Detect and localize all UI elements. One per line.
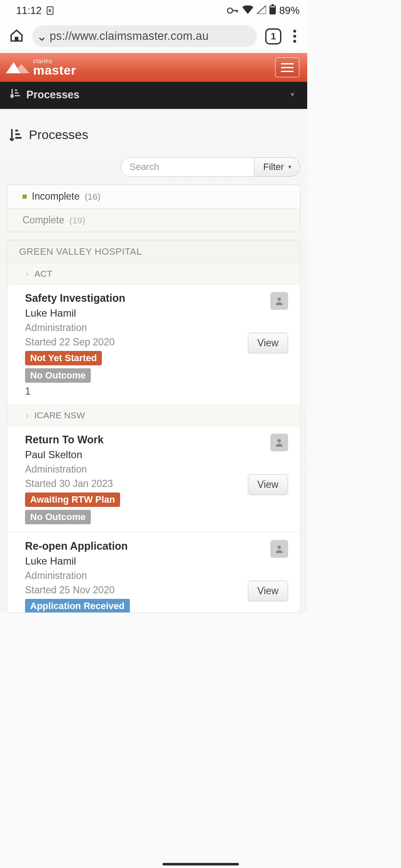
url-text: ps://www.claimsmaster.com.au [50, 30, 209, 43]
outcome-badge: No Outcome [25, 510, 91, 524]
svg-point-12 [278, 298, 281, 301]
view-button[interactable]: View [248, 333, 288, 353]
status-tabs: Incomplete (16) Complete (19) [7, 184, 300, 232]
svg-rect-11 [15, 137, 22, 139]
logo-text-big: master [33, 64, 76, 77]
k-card-icon: K [47, 6, 53, 15]
tab-switcher-button[interactable]: 1 [265, 28, 281, 45]
item-title: Return To Work [25, 434, 248, 446]
logo-mark-icon [6, 58, 30, 77]
svg-point-13 [278, 439, 281, 442]
url-bar[interactable]: ⌄ ps://www.claimsmaster.com.au [32, 25, 257, 47]
process-list: GREEN VALLEY HOSPITAL › ACT Safety Inves… [7, 240, 300, 613]
status-time: 11:12 [16, 5, 42, 17]
svg-rect-6 [15, 89, 17, 91]
item-started: Started 22 Sep 2020 [25, 337, 248, 348]
android-status-bar: 11:12 K 89% [0, 0, 307, 19]
avatar-icon[interactable] [270, 540, 288, 558]
item-department: Administration [25, 570, 248, 581]
page-title: Processes [8, 128, 300, 142]
battery-icon [269, 4, 276, 17]
avatar-icon[interactable] [270, 434, 288, 451]
search-input[interactable] [121, 157, 255, 177]
item-person: Luke Hamil [25, 307, 248, 319]
view-button[interactable]: View [248, 581, 288, 601]
item-started: Started 30 Jan 2023 [25, 478, 248, 490]
tab-incomplete[interactable]: Incomplete (16) [7, 185, 300, 208]
chevron-right-icon: › [26, 411, 28, 420]
item-person: Luke Hamil [25, 555, 248, 567]
svg-rect-2 [236, 10, 238, 13]
browser-menu-button[interactable] [290, 28, 300, 45]
sort-icon [9, 88, 20, 101]
app-logo[interactable]: claims master [6, 58, 76, 77]
status-badge: Awaiting RTW Plan [25, 492, 120, 507]
app-header: claims master [0, 53, 307, 82]
process-item: Safety Investigation Luke Hamil Administ… [7, 284, 300, 405]
outcome-badge: No Outcome [25, 368, 91, 383]
svg-rect-8 [15, 95, 20, 96]
item-number: 1 [25, 386, 248, 397]
chevron-right-icon: › [26, 270, 28, 278]
battery-percent: 89% [279, 5, 300, 17]
svg-rect-7 [15, 92, 19, 94]
status-badge: Not Yet Started [25, 351, 102, 365]
filter-button[interactable]: Filter ▼ [255, 157, 300, 177]
item-title: Re-open Application [25, 540, 248, 552]
wifi-icon [242, 5, 253, 17]
svg-rect-3 [272, 4, 274, 6]
browser-toolbar: ⌄ ps://www.claimsmaster.com.au 1 [0, 19, 307, 53]
section-nav-label: Processes [26, 89, 79, 101]
region-header-icare[interactable]: › ICARE NSW [7, 405, 300, 426]
tab-complete[interactable]: Complete (19) [7, 208, 300, 232]
hamburger-menu-button[interactable] [275, 57, 300, 78]
svg-point-0 [227, 8, 233, 13]
caret-down-icon: ▼ [287, 164, 292, 170]
svg-rect-10 [15, 134, 20, 135]
status-badge: Application Received [25, 599, 130, 613]
chevron-down-icon[interactable]: ⌄ [36, 29, 47, 44]
section-nav[interactable]: Processes ▼ [0, 82, 307, 109]
item-started: Started 25 Nov 2020 [25, 584, 248, 596]
avatar-icon[interactable] [270, 292, 288, 310]
process-item: Return To Work Paul Skelton Administrati… [7, 426, 300, 532]
region-header-act[interactable]: › ACT [7, 264, 300, 284]
org-header: GREEN VALLEY HOSPITAL [7, 240, 300, 264]
view-button[interactable]: View [248, 474, 288, 495]
caret-down-icon: ▼ [289, 91, 295, 98]
svg-point-14 [278, 545, 281, 549]
item-title: Safety Investigation [25, 292, 248, 304]
active-dot-icon [22, 195, 27, 199]
cell-signal-icon [257, 5, 266, 17]
vpn-key-icon [227, 5, 239, 17]
process-item: Re-open Application Luke Hamil Administr… [7, 532, 300, 613]
svg-rect-5 [270, 6, 275, 7]
item-person: Paul Skelton [25, 449, 248, 461]
item-department: Administration [25, 464, 248, 475]
browser-home-button[interactable] [9, 28, 24, 45]
item-department: Administration [25, 322, 248, 334]
svg-rect-9 [15, 130, 18, 131]
